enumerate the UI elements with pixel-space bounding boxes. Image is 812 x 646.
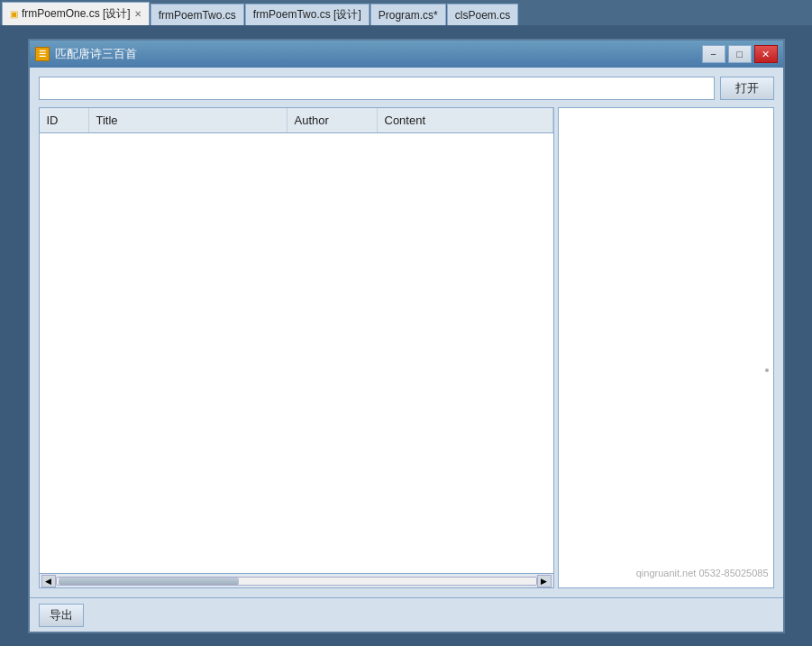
grid-header: ID Title Author Content <box>40 108 553 133</box>
bottom-bar: 导出 <box>30 597 783 632</box>
tab-frmpoemtwo-design[interactable]: frmPoemTwo.cs [设计] <box>245 4 370 25</box>
minimize-button[interactable]: − <box>702 45 725 63</box>
tab-icon: ▣ <box>10 9 18 19</box>
scrollbar-track[interactable] <box>56 577 537 586</box>
window-icon: ☰ <box>35 47 50 61</box>
tab-frmpoemtwo[interactable]: frmPoemTwo.cs <box>151 4 244 25</box>
col-header-author: Author <box>287 108 378 132</box>
title-bar-buttons: − □ ✕ <box>702 45 778 63</box>
tab-label: clsPoem.cs <box>455 9 510 22</box>
scroll-left-icon[interactable]: ◀ <box>41 575 56 587</box>
tab-label: frmPoemOne.cs [设计] <box>22 6 131 22</box>
restore-button[interactable]: □ <box>728 45 752 63</box>
watermark-text: qingruanit.net 0532-85025085 <box>636 568 769 578</box>
col-header-content: Content <box>378 108 553 132</box>
form-window: ☰ 匹配唐诗三百首 − □ ✕ 打开 ID Title <box>28 39 785 633</box>
col-header-id: ID <box>40 108 89 132</box>
right-panel: qingruanit.net 0532-85025085 <box>558 107 774 588</box>
open-button[interactable]: 打开 <box>720 77 774 100</box>
data-grid: ID Title Author Content ◀ ▶ <box>39 107 554 588</box>
tab-clspoem[interactable]: clsPoem.cs <box>447 4 518 25</box>
main-area: ID Title Author Content ◀ ▶ <box>39 107 774 588</box>
window-title: 匹配唐诗三百首 <box>55 46 697 62</box>
tab-frmpoemone-design[interactable]: ▣ frmPoemOne.cs [设计] ✕ <box>2 2 150 25</box>
search-row: 打开 <box>39 77 774 100</box>
search-input[interactable] <box>39 77 715 100</box>
grid-body[interactable] <box>40 133 553 573</box>
scroll-right-icon[interactable]: ▶ <box>537 575 552 587</box>
workspace: ☰ 匹配唐诗三百首 − □ ✕ 打开 ID Title <box>0 25 812 646</box>
tab-close-icon[interactable]: ✕ <box>134 9 141 19</box>
close-button[interactable]: ✕ <box>754 45 778 63</box>
tab-label: frmPoemTwo.cs <box>159 9 236 22</box>
tab-label: Program.cs* <box>379 9 438 22</box>
col-header-title: Title <box>89 108 287 132</box>
export-button[interactable]: 导出 <box>39 604 84 627</box>
scrollbar-thumb[interactable] <box>59 578 239 585</box>
tab-bar: ▣ frmPoemOne.cs [设计] ✕ frmPoemTwo.cs frm… <box>0 0 812 25</box>
grid-scrollbar[interactable]: ◀ ▶ <box>40 573 553 587</box>
tab-label: frmPoemTwo.cs [设计] <box>253 7 361 23</box>
window-content: 打开 ID Title Author Content ◀ <box>30 68 783 597</box>
title-bar: ☰ 匹配唐诗三百首 − □ ✕ <box>30 41 783 68</box>
tab-program[interactable]: Program.cs* <box>370 4 446 25</box>
